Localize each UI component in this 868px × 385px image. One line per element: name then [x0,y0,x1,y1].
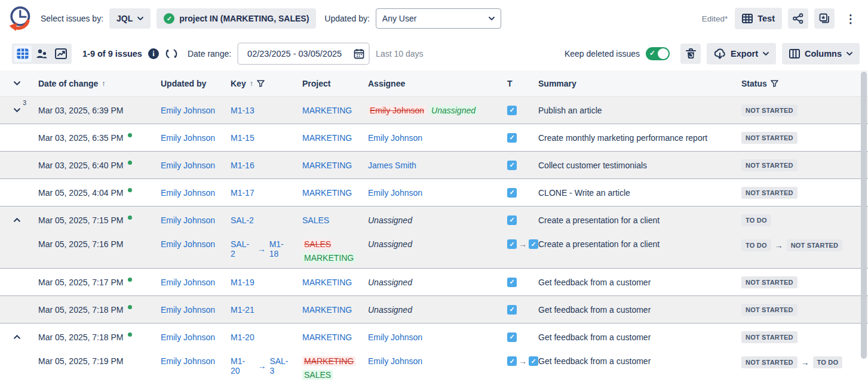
updated-by-link[interactable]: Emily Johnson [161,332,215,342]
task-type-icon[interactable]: ✓ [507,215,517,225]
col-status[interactable]: Status [737,79,868,88]
saved-view-button[interactable]: Test [735,8,782,29]
assignee-unassigned: Unassigned [368,239,412,249]
task-type-icon[interactable]: ✓ [507,278,517,287]
new-change-dot [128,278,132,282]
collapse-group-button[interactable] [11,214,23,226]
chart-view-tab[interactable] [52,45,70,62]
table-row[interactable]: Mar 05, 2025, 7:18 PM Emily Johnson M1-2… [0,324,868,350]
task-type-icon[interactable]: ✓ [507,305,517,315]
issue-key-link[interactable]: M1-19 [231,278,254,287]
task-type-icon[interactable]: ✓ [507,188,517,198]
updated-by-link[interactable]: Emily Johnson [161,278,215,287]
col-summary[interactable]: Summary [533,79,737,88]
vertical-scrollbar[interactable] [861,72,867,377]
status-badge: NOT STARTED [741,331,798,343]
table-row[interactable]: Mar 03, 2025, 6:40 PM Emily Johnson M1-1… [0,152,868,178]
summary-text: Get feedback from a customer [538,305,651,315]
assignee-link[interactable]: Emily Johnson [368,133,422,143]
table-view-tab[interactable] [14,45,32,62]
info-icon[interactable]: i [148,48,159,59]
updated-by-link[interactable]: Emily Johnson [161,133,215,143]
deleted-issues-trash-button[interactable] [680,44,701,64]
jql-query-chip[interactable]: ✓ project IN (MARKETING, SALES) [157,8,316,29]
issue-key-old-link[interactable]: SAL-2 [231,239,254,258]
updated-by-link[interactable]: Emily Johnson [161,305,215,315]
updated-by-link[interactable]: Emily Johnson [161,239,215,249]
issue-key-new-link[interactable]: M1-18 [269,239,293,258]
issue-key-link[interactable]: M1-16 [231,161,254,170]
col-updated-by[interactable]: Updated by [156,79,226,88]
share-button[interactable] [788,8,808,29]
expand-group-button[interactable]: 3 [11,104,23,116]
project-link[interactable]: MARKETING [302,133,352,143]
task-type-icon[interactable]: ✓ [507,133,517,143]
project-link[interactable]: MARKETING [302,278,352,287]
assignee-link[interactable]: Emily Johnson [368,356,422,366]
copy-star-icon [819,13,830,24]
view-switcher [12,44,72,64]
project-link[interactable]: SALES [302,215,329,225]
collapse-group-button[interactable] [11,331,23,343]
project-link[interactable]: MARKETING [302,188,352,198]
project-link[interactable]: MARKETING [302,332,352,342]
assignee-old-value: Emily Johnson [368,106,426,115]
assignee-link[interactable]: Emily Johnson [368,332,422,342]
assignee-link[interactable]: Emily Johnson [368,188,422,198]
toggle-knob [658,48,668,59]
jql-mode-dropdown[interactable]: JQL [109,8,151,29]
assignee-link[interactable]: James Smith [368,161,416,170]
project-link[interactable]: MARKETING [302,106,352,115]
col-assignee[interactable]: Assignee [363,79,502,88]
updated-by-select[interactable]: Any User [376,8,501,29]
table-row[interactable]: Mar 05, 2025, 7:17 PM Emily Johnson M1-1… [0,269,868,295]
col-date-of-change[interactable]: Date of change ↑ [33,79,156,88]
issue-key-link[interactable]: M1-21 [231,305,254,315]
col-type[interactable]: T [502,79,533,88]
sort-asc-icon[interactable]: ↑ [102,79,106,88]
issue-key-new-link[interactable]: SAL-3 [269,356,293,375]
table-row[interactable]: 3 Mar 03, 2025, 6:39 PM Emily Johnson M1… [0,97,868,124]
date-range-input[interactable] [237,42,370,65]
columns-button[interactable]: Columns [782,43,860,64]
table-row[interactable]: Mar 05, 2025, 7:15 PM Emily Johnson SAL-… [0,207,868,233]
status-change-cell: NOT STARTED → TO DO [737,356,868,368]
table-row[interactable]: Mar 05, 2025, 7:18 PM Emily Johnson M1-2… [0,296,868,323]
issue-key-link[interactable]: SAL-2 [231,215,254,225]
more-actions-button[interactable]: ⋮ [841,8,861,29]
updated-by-link[interactable]: Emily Johnson [161,215,215,225]
sort-asc-icon[interactable]: ↑ [250,79,254,88]
collapse-all-header[interactable] [0,81,33,85]
issue-key-link[interactable]: M1-13 [231,106,254,115]
col-key[interactable]: Key ↑ [226,79,297,88]
issue-key-link[interactable]: M1-17 [231,188,254,198]
table-row[interactable]: Mar 03, 2025, 6:35 PM Emily Johnson M1-1… [0,124,868,151]
col-project[interactable]: Project [297,79,363,88]
filter-icon[interactable] [257,80,265,87]
table-row[interactable]: Mar 05, 2025, 7:19 PM Emily Johnson M1-2… [0,350,868,385]
table-row[interactable]: Mar 05, 2025, 7:16 PM Emily Johnson SAL-… [0,233,868,268]
refresh-icon[interactable] [165,48,178,60]
jql-query-text: project IN (MARKETING, SALES) [179,14,309,23]
updated-by-link[interactable]: Emily Johnson [161,106,215,115]
export-button[interactable]: Export [707,43,776,64]
task-type-icon[interactable]: ✓ [507,332,517,342]
issue-key-link[interactable]: M1-15 [231,133,254,143]
issue-key-link[interactable]: M1-20 [231,332,254,342]
updated-by-link[interactable]: Emily Johnson [161,161,215,170]
issue-key-old-link[interactable]: M1-20 [231,356,254,375]
project-link[interactable]: MARKETING [302,305,352,315]
date-cell: Mar 03, 2025, 6:40 PM [33,161,156,170]
status-badge: NOT STARTED [741,187,798,199]
scrollbar-thumb[interactable] [861,72,867,359]
task-type-icon[interactable]: ✓ [507,161,517,170]
task-type-icon[interactable]: ✓ [507,106,517,115]
updated-by-link[interactable]: Emily Johnson [161,356,215,366]
people-view-tab[interactable] [33,45,51,62]
project-link[interactable]: MARKETING [302,161,352,170]
filter-icon[interactable] [771,80,778,87]
updated-by-link[interactable]: Emily Johnson [161,188,215,198]
save-as-view-button[interactable] [814,8,835,29]
keep-deleted-toggle[interactable]: ✓ [646,47,670,60]
table-row[interactable]: Mar 05, 2025, 4:04 PM Emily Johnson M1-1… [0,179,868,206]
